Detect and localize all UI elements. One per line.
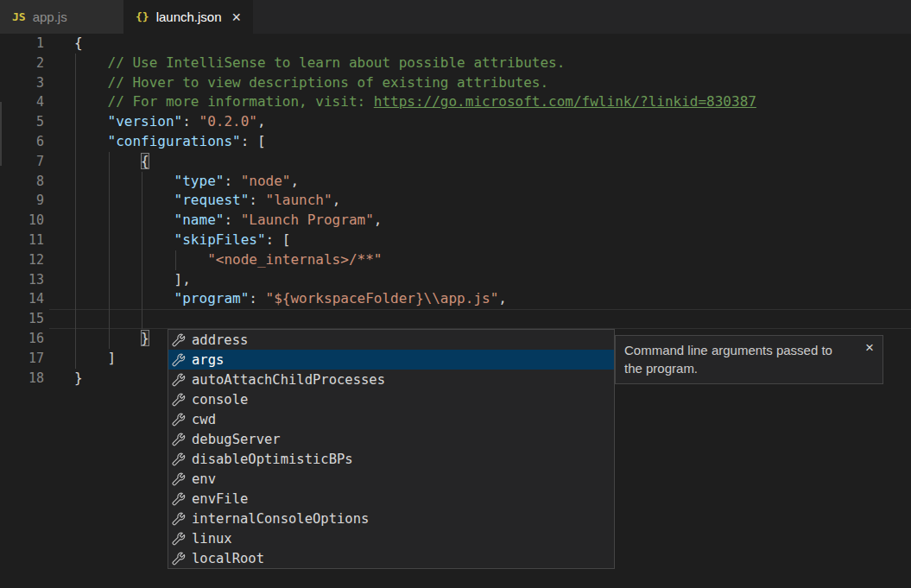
indent-guide [109, 289, 110, 309]
code-line[interactable]: // Use IntelliSense to learn about possi… [74, 54, 911, 73]
code-row[interactable]: 11 "skipFiles": [ [0, 231, 911, 250]
code-row[interactable]: 10 "name": "Launch Program", [0, 211, 911, 231]
suggest-item-envFile[interactable]: envFile [168, 489, 614, 509]
suggest-item-linux[interactable]: linux [168, 528, 614, 548]
code-line[interactable]: ], [74, 270, 911, 290]
code-row[interactable]: 5 "version": "0.2.0", [0, 112, 911, 132]
indent-guide [109, 172, 110, 192]
indent-guide [109, 270, 110, 290]
suggest-item-disableOptimisticBPs[interactable]: disableOptimisticBPs [168, 449, 614, 469]
wrench-icon [172, 452, 186, 466]
indent-guide [75, 250, 76, 270]
line-number: 6 [0, 132, 44, 152]
indent-guide [75, 152, 76, 172]
indent-guide [109, 191, 110, 211]
code-row[interactable]: 8 "type": "node", [0, 172, 911, 192]
suggest-item-args[interactable]: args [168, 350, 614, 370]
code-text: "program": "${workspaceFolder}\\app.js", [74, 289, 911, 309]
code-text: // For more information, visit: https://… [74, 92, 911, 112]
suggest-item-console[interactable]: console [168, 389, 614, 409]
suggest-item-cwd[interactable]: cwd [168, 409, 614, 429]
code-row[interactable]: 1{ [0, 34, 911, 54]
tab-launch-json[interactable]: {} launch.json × [123, 0, 253, 34]
code-text: "name": "Launch Program", [74, 211, 911, 231]
code-row[interactable]: 7 { [0, 152, 911, 172]
indent-guide [109, 231, 110, 250]
code-row[interactable]: 4 // For more information, visit: https:… [0, 92, 911, 112]
code-row[interactable]: 2 // Use IntelliSense to learn about pos… [0, 54, 911, 73]
indent-guide [75, 349, 76, 369]
line-number: 13 [0, 270, 44, 290]
indent-guide [142, 309, 142, 329]
suggest-item-autoAttachChildProcesses[interactable]: autoAttachChildProcesses [168, 370, 614, 389]
tooltip-close-icon[interactable]: × [865, 340, 874, 355]
code-text: "<node_internals>/**" [74, 250, 911, 270]
indent-guide [75, 211, 76, 231]
matched-bracket: { [141, 153, 149, 169]
suggest-item-label: args [192, 352, 224, 368]
suggest-item-localRoot[interactable]: localRoot [168, 548, 614, 568]
line-number: 5 [0, 112, 44, 132]
code-row[interactable]: 9 "request": "launch", [0, 191, 911, 211]
wrench-icon [172, 472, 186, 486]
indent-guide [75, 73, 76, 93]
indent-guide [109, 329, 110, 349]
code-row[interactable]: 13 ], [0, 270, 911, 290]
wrench-icon [172, 373, 186, 387]
code-line[interactable] [74, 309, 911, 329]
code-line[interactable]: "name": "Launch Program", [74, 211, 911, 231]
line-number: 8 [0, 172, 44, 192]
code-line[interactable]: "request": "launch", [74, 191, 911, 211]
suggest-item-internalConsoleOptions[interactable]: internalConsoleOptions [168, 509, 614, 528]
wrench-icon [172, 333, 186, 347]
json-file-icon: {} [136, 10, 149, 23]
code-line[interactable]: // For more information, visit: https://… [74, 92, 911, 112]
code-line[interactable]: { [74, 34, 911, 54]
indent-guide [109, 211, 110, 231]
suggest-item-env[interactable]: env [168, 469, 614, 489]
line-number: 11 [0, 231, 44, 250]
code-row-current[interactable]: 15 [0, 309, 911, 329]
tab-label: launch.json [156, 9, 222, 24]
code-line[interactable]: { [74, 152, 911, 172]
code-line[interactable]: "type": "node", [74, 172, 911, 192]
indent-guide [75, 132, 76, 152]
code-line[interactable]: "skipFiles": [ [74, 231, 911, 250]
indent-guide [142, 191, 142, 211]
indent-guide [75, 92, 76, 112]
code-line[interactable]: "version": "0.2.0", [74, 112, 911, 132]
line-number: 7 [0, 152, 44, 172]
suggest-item-label: disableOptimisticBPs [192, 452, 353, 467]
code-text: { [74, 152, 911, 172]
code-row[interactable]: 6 "configurations": [ [0, 132, 911, 152]
tooltip-text: Command line arguments passed to the pro… [624, 341, 842, 377]
code-line[interactable]: "program": "${workspaceFolder}\\app.js", [74, 289, 911, 309]
suggest-item-label: autoAttachChildProcesses [192, 372, 385, 388]
suggest-item-label: console [192, 392, 248, 408]
line-number: 10 [0, 211, 44, 231]
code-line[interactable]: "configurations": [ [74, 132, 911, 152]
indent-guide [75, 309, 76, 329]
code-row[interactable]: 12 "<node_internals>/**" [0, 250, 911, 270]
close-icon[interactable]: × [232, 9, 242, 25]
suggest-item-label: address [192, 332, 248, 348]
code-row[interactable]: 3 // Hover to view descriptions of exist… [0, 73, 911, 93]
suggest-item-address[interactable]: address [168, 330, 614, 350]
suggest-item-debugServer[interactable]: debugServer [168, 429, 614, 449]
wrench-icon [172, 393, 186, 407]
indent-guide [75, 289, 76, 309]
indent-guide [75, 231, 76, 250]
tab-app-js[interactable]: JS app.js [0, 0, 123, 34]
code-line[interactable]: "<node_internals>/**" [74, 250, 911, 270]
code-text: // Hover to view descriptions of existin… [74, 73, 911, 93]
line-number: 12 [0, 250, 44, 270]
code-line[interactable]: // Hover to view descriptions of existin… [74, 73, 911, 93]
line-number: 9 [0, 191, 44, 211]
indent-guide [142, 250, 142, 270]
line-number: 4 [0, 92, 44, 112]
suggest-item-label: linux [192, 531, 232, 547]
code-row[interactable]: 14 "program": "${workspaceFolder}\\app.j… [0, 289, 911, 309]
editor[interactable]: 1{2 // Use IntelliSense to learn about p… [0, 34, 911, 588]
indent-guide [142, 270, 142, 290]
line-number: 14 [0, 289, 44, 309]
